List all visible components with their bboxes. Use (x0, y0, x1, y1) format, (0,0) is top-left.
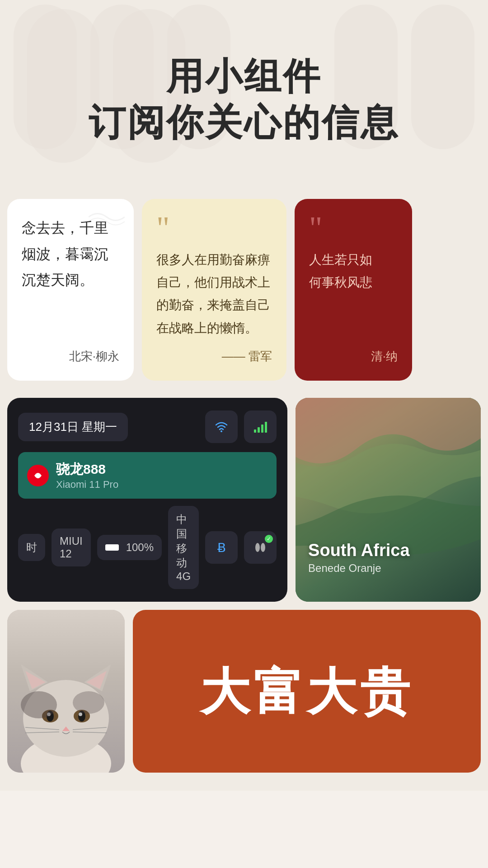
airpods-icon: ✓ (244, 531, 277, 564)
title-line1: 用小组件 (166, 56, 322, 97)
device-bottom-row: 时 MIUI 12 100% 中国移动 4G Ƀ ✓ (18, 506, 277, 589)
quote-mark-red: " (309, 215, 398, 241)
device-map-row: 12月31日 星期一 (0, 390, 488, 610)
bluetooth-icon: Ƀ (205, 531, 238, 564)
svg-point-6 (261, 543, 265, 552)
svg-point-25 (21, 691, 57, 718)
svg-point-26 (73, 691, 104, 714)
svg-rect-2 (258, 427, 260, 433)
card-red: " 人生若只如何事秋风悲 清·纳 (295, 199, 412, 381)
header-section: 用小组件 订阅你关心的信息 (0, 0, 488, 190)
red-text: 人生若只如何事秋风悲 (309, 249, 398, 340)
device-carrier: 中国移动 4G (168, 506, 199, 589)
bottom-space (0, 773, 488, 791)
quote-mark-beige: " (156, 215, 272, 241)
svg-point-0 (221, 430, 222, 432)
poetry-text: 念去去，千里烟波，暮霭沉沉楚天阔。 (22, 215, 119, 293)
card-poetry: 念去去，千里烟波，暮霭沉沉楚天阔。 北宋·柳永 (7, 199, 134, 381)
wave-deco-icon (89, 208, 125, 226)
map-label: South Africa Benede Oranje (308, 541, 410, 575)
red-author: 清·纳 (309, 349, 398, 364)
card-map: South Africa Benede Oranje (296, 398, 481, 602)
device-battery: 100% (97, 535, 162, 560)
quote-cards-section: 念去去，千里烟波，暮霭沉沉楚天阔。 北宋·柳永 " 很多人在用勤奋麻痹自己，他们… (0, 190, 488, 390)
device-header: 12月31日 星期一 (18, 410, 277, 443)
battery-pct: 100% (126, 541, 154, 554)
poetry-author: 北宋·柳永 (22, 349, 119, 364)
chip-model: Xiaomi 11 Pro (56, 479, 118, 491)
modern-author: —— 雷军 (156, 349, 272, 364)
deco-pill-5 (411, 5, 474, 149)
quote-cards-row: 念去去，千里烟波，暮霭沉沉楚天阔。 北宋·柳永 " 很多人在用勤奋麻痹自己，他们… (7, 199, 481, 381)
map-country: South Africa (308, 541, 410, 560)
card-device: 12月31日 星期一 (7, 398, 287, 602)
map-region: Benede Oranje (308, 562, 410, 575)
wifi-icon (205, 410, 238, 443)
svg-point-5 (255, 543, 260, 552)
svg-point-19 (79, 712, 82, 716)
svg-rect-1 (254, 429, 256, 433)
device-date: 12月31日 星期一 (18, 413, 128, 441)
svg-rect-3 (261, 425, 263, 433)
card-cat (7, 610, 125, 773)
deco-pill-1 (14, 5, 77, 149)
device-os: MIUI 12 (52, 528, 91, 566)
device-chip: 骁龙888 Xiaomi 11 Pro (18, 452, 277, 499)
svg-rect-4 (265, 422, 267, 433)
fortune-text: 大富大贵 (200, 664, 413, 719)
card-modern: " 很多人在用勤奋麻痹自己，他们用战术上的勤奋，来掩盖自己在战略上的懒惰。 ——… (142, 199, 286, 381)
carrier-label: 中国移动 4G (176, 512, 191, 583)
device-right-icons: Ƀ ✓ (205, 531, 277, 564)
header-title: 用小组件 订阅你关心的信息 (89, 53, 399, 146)
device-os-label: MIUI 12 (60, 535, 83, 560)
check-icon: ✓ (265, 535, 273, 543)
device-time: 时 (18, 534, 45, 561)
card-fortune: 大富大贵 (133, 610, 481, 773)
device-top-icons (205, 410, 277, 443)
cat-illustration (12, 646, 120, 773)
modern-text: 很多人在用勤奋麻痹自己，他们用战术上的勤奋，来掩盖自己在战略上的懒惰。 (156, 249, 272, 340)
chip-logo (27, 465, 49, 486)
chip-name: 骁龙888 (56, 460, 118, 479)
signal-icon (244, 410, 277, 443)
cat-fortune-row: 大富大贵 (0, 610, 488, 773)
title-line2: 订阅你关心的信息 (89, 102, 399, 143)
